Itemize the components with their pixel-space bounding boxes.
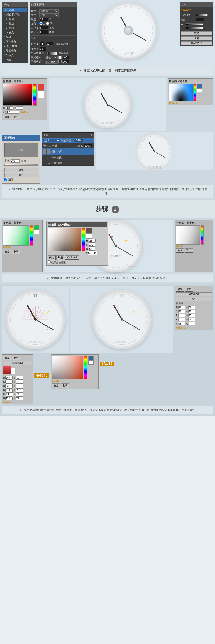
hue-bar-3a[interactable]: [30, 226, 33, 246]
layer-style-item[interactable]: ✓ 渐变叠加: [3, 44, 28, 48]
swatch-bot-3a[interactable]: [34, 230, 39, 234]
b2-inp-bot2[interactable]: [6, 396, 13, 400]
b-inp-ov[interactable]: [89, 247, 95, 251]
size-input[interactable]: [40, 26, 48, 30]
gloss-curve[interactable]: [47, 52, 57, 55]
b-inp2-4[interactable]: [188, 314, 195, 317]
set-input[interactable]: [196, 18, 204, 22]
h-inp-bot[interactable]: [6, 376, 13, 380]
lock-icon-2[interactable]: ✛: [52, 144, 54, 147]
add-swatches-4[interactable]: 添加到色板: [176, 292, 212, 296]
cancel-bot[interactable]: 取消: [12, 356, 20, 360]
r-inp-bot[interactable]: [6, 388, 13, 392]
h-input-cp[interactable]: [6, 106, 13, 110]
anti-alias-check[interactable]: □消除锯齿: [58, 52, 68, 55]
only-current-checkbox[interactable]: [48, 260, 51, 264]
layer-item-smart-filter[interactable]: ⚙ 智能滤镜: [42, 155, 94, 160]
hex-input-left[interactable]: [5, 110, 19, 114]
ok-button-right[interactable]: 确定: [180, 31, 212, 36]
b-inp-bot[interactable]: [6, 384, 13, 388]
current-4[interactable]: 当前: [176, 297, 212, 301]
fg-swatch-right[interactable]: [197, 84, 202, 88]
ok-3b[interactable]: 确定: [176, 248, 184, 253]
direction-up-label[interactable]: 上: [40, 22, 46, 25]
style-select[interactable]: 内斜面: [40, 9, 58, 13]
direction-down-label[interactable]: 下: [46, 22, 52, 25]
g-inp-bot[interactable]: [6, 392, 13, 396]
lock-icon-3[interactable]: 🔒: [54, 144, 58, 147]
direction-up-radio[interactable]: [40, 22, 42, 25]
b2-inp-bot[interactable]: [16, 384, 23, 388]
layer-style-item-selected[interactable]: 混合选项: [3, 8, 28, 12]
r-inp-4[interactable]: [178, 318, 185, 321]
s-inp2-4[interactable]: [188, 310, 195, 313]
layer-item-hour-copy[interactable]: 时针 拷贝: [42, 148, 94, 155]
add-swatches-bot[interactable]: 添加到色板: [3, 361, 32, 365]
color-field-left[interactable]: [3, 84, 32, 106]
layer-style-item[interactable]: □ 图案叠加: [3, 48, 28, 53]
s-inp-ov[interactable]: [89, 243, 95, 247]
global-light-check[interactable]: □ 使用全局光: [54, 42, 68, 45]
opacity-value-display[interactable]: 34%: [74, 139, 83, 142]
direction-down-radio[interactable]: [46, 22, 49, 25]
highlight-select[interactable]: 滤色: [45, 56, 58, 59]
cp-bot-bg[interactable]: [88, 360, 94, 364]
cancel-btn-cp-left[interactable]: 取消: [12, 114, 20, 119]
cancel-overlay[interactable]: 取消: [56, 256, 64, 260]
cancel-4[interactable]: 取消: [185, 287, 193, 292]
shadow-opacity[interactable]: [62, 60, 69, 64]
s2-inp-bot[interactable]: [16, 380, 23, 384]
highlight-color[interactable]: [58, 56, 62, 59]
cp-overlay-bg[interactable]: [86, 233, 92, 238]
layer-style-item[interactable]: □ 外发光: [3, 53, 28, 58]
load-button-right[interactable]: 添加到色板: [180, 41, 212, 45]
layer-style-sub-item[interactable]: □ 描边: [3, 21, 28, 26]
s-input-cp[interactable]: [16, 106, 23, 110]
layer-style-item[interactable]: ✓ 投影: [3, 58, 28, 62]
add-swatches-overlay[interactable]: 添加到色板: [65, 256, 79, 260]
highlight-opacity[interactable]: [62, 56, 69, 59]
ok-overlay[interactable]: 确定: [48, 256, 56, 260]
fg-color-big[interactable]: [3, 366, 12, 374]
layer-style-item[interactable]: □ 内阴影: [3, 26, 28, 30]
ok-btn-cp-left[interactable]: 确定: [3, 114, 11, 119]
altitude-input[interactable]: [40, 47, 46, 51]
hex-inp-ov[interactable]: [88, 251, 97, 255]
bg-swatch-right[interactable]: [197, 88, 202, 92]
cp-bot-fg[interactable]: [88, 356, 94, 360]
r-inp2-4[interactable]: [188, 318, 195, 321]
b3-inp-bot[interactable]: [16, 396, 23, 400]
ok-4[interactable]: 确定: [176, 287, 184, 292]
r2-inp-bot[interactable]: [16, 388, 23, 392]
g2-inp-bot[interactable]: [16, 392, 24, 396]
b-inp-4[interactable]: [178, 314, 185, 317]
layer-style-item[interactable]: ✓ 斜面和浮雕: [3, 12, 28, 17]
shadow-select[interactable]: 正片叠底: [45, 60, 58, 64]
hue-slider-left[interactable]: [33, 84, 36, 106]
blend-mode-select[interactable]: 正常: [43, 138, 60, 142]
color-field-3b[interactable]: [176, 226, 200, 244]
swatch-top-3a[interactable]: [34, 226, 39, 230]
cp-overlay-hue[interactable]: [82, 228, 85, 252]
w-slider[interactable]: [186, 24, 203, 25]
cancel-3a[interactable]: 取消: [12, 250, 20, 254]
soften-input[interactable]: [40, 30, 48, 34]
shadow-color[interactable]: [58, 60, 62, 63]
layer-style-item[interactable]: □ 内发光: [3, 30, 28, 35]
cp-bot-field[interactable]: [52, 356, 83, 380]
opacity-slider[interactable]: [196, 14, 208, 16]
depth-input[interactable]: [40, 18, 48, 21]
layer-style-item[interactable]: □ 光泽: [3, 35, 28, 40]
ok-3a[interactable]: 确定: [3, 250, 11, 254]
h2-inp-bot[interactable]: [16, 376, 23, 380]
g-inp2-4[interactable]: [189, 322, 196, 325]
cp-overlay-fg[interactable]: [86, 228, 92, 233]
layer-style-item[interactable]: □ 颜色叠加: [3, 40, 28, 44]
g-inp-4[interactable]: [179, 322, 186, 325]
cancel-3b[interactable]: 取消: [185, 248, 193, 253]
background-color-box-left[interactable]: [38, 91, 44, 98]
hue-bar-right[interactable]: [194, 84, 196, 101]
h-inp-ov[interactable]: [89, 239, 96, 242]
color-field-3a[interactable]: [3, 226, 30, 246]
angle-input[interactable]: [46, 42, 53, 46]
